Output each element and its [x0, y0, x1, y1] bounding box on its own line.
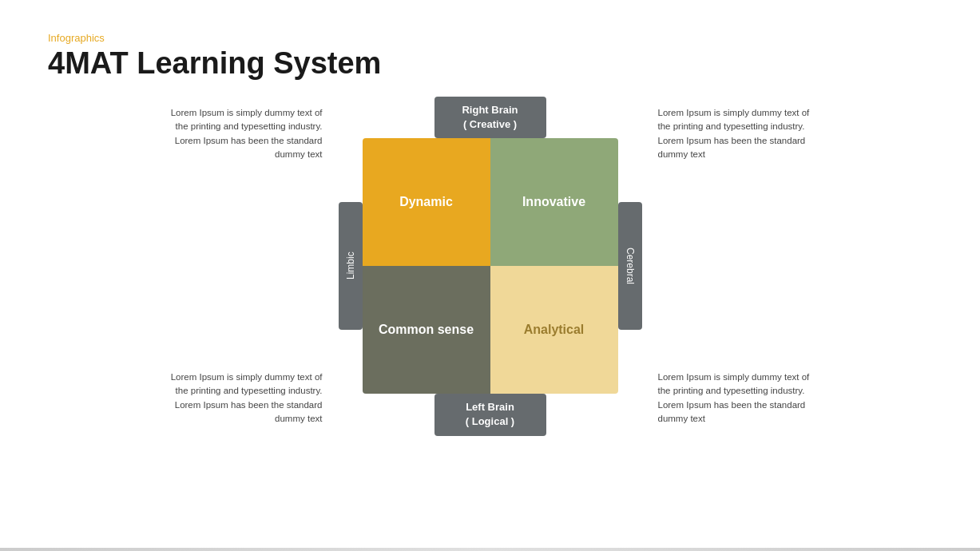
quadrant-analytical: Analytical	[490, 266, 618, 394]
page: Infographics 4MAT Learning System Lorem …	[0, 0, 980, 551]
left-texts: Lorem Ipsum is simply dummy text of the …	[163, 106, 339, 426]
text-block-top-left: Lorem Ipsum is simply dummy text of the …	[163, 106, 323, 161]
left-side-label: Limbic	[339, 202, 363, 330]
bottom-bar	[0, 548, 980, 551]
right-texts: Lorem Ipsum is simply dummy text of the …	[642, 106, 818, 426]
header: Infographics 4MAT Learning System	[48, 32, 932, 81]
bottom-label-line2: ( Logical )	[466, 415, 514, 427]
bottom-label: Left Brain ( Logical )	[434, 394, 546, 435]
quadrant-dynamic-label: Dynamic	[399, 195, 453, 209]
quadrant-innovative: Innovative	[490, 138, 618, 266]
text-block-bottom-right: Lorem Ipsum is simply dummy text of the …	[658, 371, 818, 426]
content-area: Lorem Ipsum is simply dummy text of the …	[48, 97, 932, 436]
quadrant-common-sense-label: Common sense	[379, 323, 474, 337]
quadrant-dynamic: Dynamic	[363, 138, 490, 266]
quadrant-analytical-label: Analytical	[524, 323, 585, 337]
bottom-label-line1: Left Brain	[466, 401, 514, 413]
text-block-top-right: Lorem Ipsum is simply dummy text of the …	[658, 106, 818, 161]
quadrant-grid: Dynamic Innovative Common sense Analytic…	[363, 138, 618, 394]
diagram-wrapper: Right Brain ( Creative ) Limbic Dynamic …	[339, 97, 642, 436]
quadrant-common-sense: Common sense	[363, 266, 490, 394]
right-side-label: Cerebral	[618, 202, 642, 330]
top-label-line1: Right Brain	[462, 104, 518, 116]
text-block-bottom-left: Lorem Ipsum is simply dummy text of the …	[163, 371, 323, 426]
infographics-label: Infographics	[48, 32, 932, 44]
main-title: 4MAT Learning System	[48, 47, 932, 81]
quadrant-innovative-label: Innovative	[522, 195, 585, 209]
top-label: Right Brain ( Creative )	[434, 97, 546, 138]
top-label-line2: ( Creative )	[463, 118, 517, 130]
diagram-center: Limbic Dynamic Innovative Common sense A…	[339, 138, 642, 394]
